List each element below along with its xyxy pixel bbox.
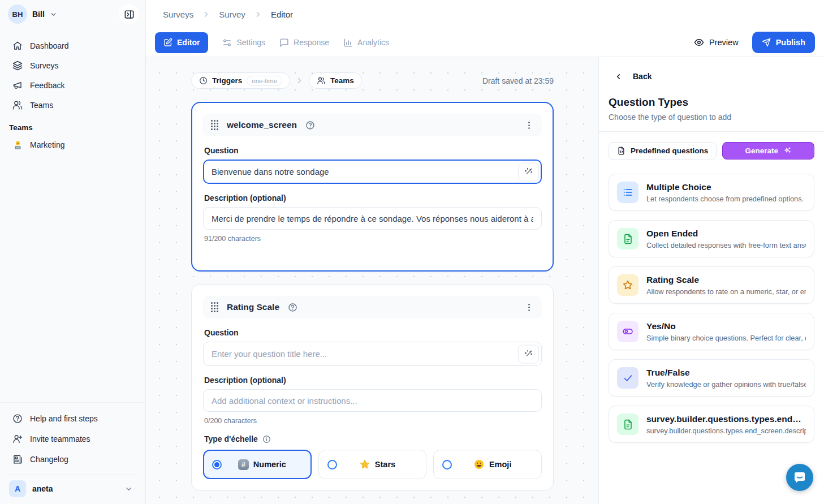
tab-response[interactable]: Response (279, 38, 329, 48)
breadcrumb-surveys[interactable]: Surveys (163, 10, 193, 19)
question-card-title: welcome_screen (227, 120, 297, 130)
divider (599, 131, 824, 132)
help-circle-icon[interactable] (305, 120, 315, 130)
home-icon (12, 41, 23, 51)
drag-handle-icon[interactable] (211, 120, 218, 130)
sidebar-item-dashboard[interactable]: Dashboard (7, 36, 139, 55)
sidebar-item-label: Changelog (30, 455, 68, 464)
question-description-input[interactable] (203, 389, 542, 412)
question-type-name: Multiple Choice (646, 182, 806, 192)
preview-button[interactable]: Preview (694, 37, 739, 48)
document-icon (617, 228, 639, 249)
sidebar-item-teams[interactable]: Teams (7, 96, 139, 114)
question-type-true-false[interactable]: True/False Verify knowledge or gather op… (609, 359, 814, 397)
sparkles-icon (783, 147, 792, 155)
user-name[interactable]: Bill (32, 10, 45, 19)
sidebar-item-label: Surveys (30, 61, 59, 70)
chevron-right-icon (295, 76, 304, 85)
number-keycap-icon: # (238, 459, 249, 470)
chat-widget-button[interactable] (786, 464, 813, 491)
user-plus-icon (12, 434, 23, 444)
question-title-input[interactable] (203, 160, 542, 184)
users-icon (317, 76, 326, 85)
star-emoji-icon (359, 459, 370, 470)
tab-analytics[interactable]: Analytics (343, 38, 389, 48)
breadcrumb-survey[interactable]: Survey (219, 10, 245, 19)
breadcrumb-editor[interactable]: Editor (271, 10, 293, 19)
sliders-icon (222, 38, 232, 48)
tab-label: Editor (177, 38, 200, 47)
help-circle-icon[interactable] (288, 303, 297, 312)
sidebar-item-label: Feedback (30, 81, 64, 90)
question-description-input[interactable] (203, 207, 542, 230)
teams-chip[interactable]: Teams (309, 72, 362, 89)
char-count: 0/200 characters (204, 417, 541, 425)
question-title-input[interactable] (203, 342, 542, 366)
back-button[interactable]: Back (609, 72, 652, 81)
magic-wand-icon[interactable] (518, 344, 539, 363)
scale-option-numeric[interactable]: # Numeric (203, 450, 312, 479)
sidebar-item-help[interactable]: Help and first steps (7, 408, 139, 429)
question-type-description: survey.builder.questions.types.end_scree… (646, 427, 806, 435)
chevron-down-icon (124, 485, 133, 493)
sidebar-item-changelog[interactable]: Changelog (7, 449, 139, 469)
question-type-description: Let respondents choose from predefined o… (646, 195, 806, 203)
question-type-open-ended[interactable]: Open Ended Collect detailed responses wi… (609, 220, 814, 257)
info-icon[interactable] (262, 435, 271, 443)
generate-label: Generate (745, 147, 778, 155)
message-square-icon (279, 38, 289, 48)
radio-icon (442, 460, 452, 469)
option-label: Numeric (253, 460, 286, 469)
user-avatar[interactable]: BH (8, 5, 27, 24)
generate-button[interactable]: Generate (722, 142, 814, 160)
chevron-right-icon (202, 10, 210, 19)
tab-bar: Editor Settings Response Analytics (146, 28, 824, 57)
tab-label: Analytics (357, 38, 389, 47)
org-switcher[interactable]: A aneta (7, 474, 139, 499)
pencil-square-icon (163, 38, 172, 47)
question-card-title: Rating Scale (227, 302, 279, 312)
sidebar: BH Bill Dashboard Surv (0, 0, 146, 504)
question-type-yes-no[interactable]: Yes/No Simple binary choice questions. P… (609, 313, 814, 350)
question-type-name: Yes/No (646, 321, 806, 331)
publish-label: Publish (776, 38, 805, 47)
scale-option-emoji[interactable]: Emoji (433, 450, 542, 479)
question-card-rating[interactable]: Rating Scale Question (191, 284, 554, 491)
chevron-down-icon[interactable] (50, 11, 57, 18)
publish-button[interactable]: Publish (752, 32, 815, 53)
question-type-multiple-choice[interactable]: Multiple Choice Let respondents choose f… (609, 174, 814, 211)
app-root: BH Bill Dashboard Surv (0, 0, 824, 504)
sidebar-item-surveys[interactable]: Surveys (7, 56, 139, 75)
tab-settings[interactable]: Settings (222, 38, 265, 48)
kebab-menu-icon[interactable] (524, 120, 534, 130)
sidebar-item-invite[interactable]: Invite teammates (7, 429, 139, 449)
panel-title: Question Types (609, 96, 814, 109)
predefined-questions-button[interactable]: Predefined questions (609, 142, 717, 160)
question-card-header: welcome_screen (203, 114, 542, 136)
drag-handle-icon[interactable] (211, 302, 218, 312)
sidebar-toggle-button[interactable] (119, 4, 139, 24)
kebab-menu-icon[interactable] (524, 303, 534, 312)
sidebar-item-marketing[interactable]: Marketing (7, 135, 139, 154)
team-label: Marketing (30, 140, 64, 149)
scale-option-stars[interactable]: Stars (318, 450, 427, 479)
char-count: 91/200 characters (204, 235, 541, 243)
file-code-icon (617, 147, 625, 155)
tab-actions: Preview Publish (694, 32, 815, 53)
question-types-panel: Back Question Types Choose the type of q… (598, 57, 824, 504)
question-type-rating-scale[interactable]: Rating Scale Allow respondents to rate o… (609, 266, 814, 304)
one-time-badge: one-time (247, 76, 282, 86)
scale-type-label: Type d'échelle (204, 434, 541, 443)
description-label: Description (optional) (204, 376, 541, 385)
question-type-description: Verify knowledge or gather opinions with… (646, 380, 806, 389)
magic-wand-icon[interactable] (518, 162, 539, 181)
toggle-icon (617, 321, 639, 342)
person-laptop-emoji-icon (12, 140, 23, 150)
tab-editor[interactable]: Editor (155, 32, 208, 53)
question-card-welcome[interactable]: welcome_screen Question (191, 102, 554, 272)
teams-chip-label: Teams (330, 76, 354, 85)
sidebar-item-feedback[interactable]: Feedback (7, 76, 139, 94)
triggers-chip[interactable]: Triggers one-time (191, 72, 290, 89)
chat-bubble-icon (793, 471, 806, 484)
question-type-end-screen[interactable]: survey.builder.questions.types.end_scr..… (609, 406, 814, 443)
